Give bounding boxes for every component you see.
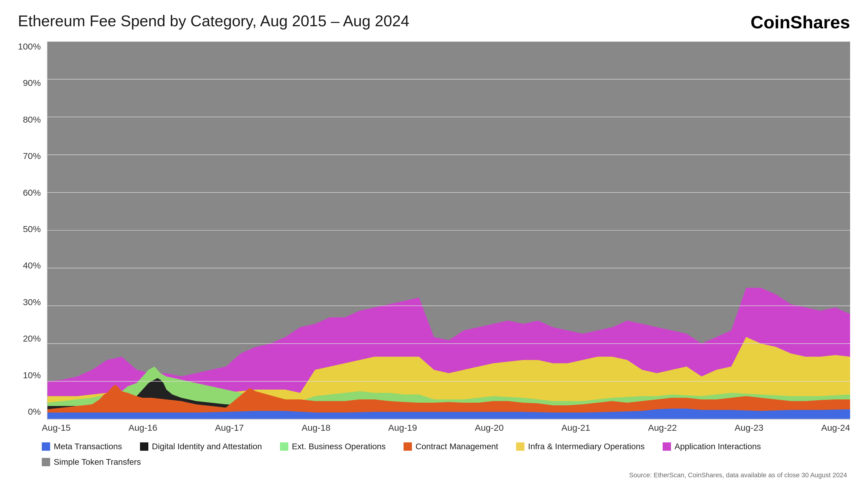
x-axis-label: Aug-22: [648, 423, 677, 433]
legend-label-app-interactions: Application Interactions: [675, 442, 761, 451]
x-axis-label: Aug-20: [475, 423, 504, 433]
x-axis-label: Aug-17: [215, 423, 244, 433]
x-axis-label: Aug-18: [302, 423, 330, 433]
y-axis-label: 0%: [28, 407, 40, 417]
x-axis: Aug-15Aug-16Aug-17Aug-18Aug-19Aug-20Aug-…: [18, 423, 850, 433]
legend-item-simple-token: Simple Token Transfers: [42, 457, 141, 467]
y-axis-label: 50%: [23, 224, 41, 234]
legend-item-digital-identity: Digital Identity and Attestation: [140, 442, 262, 451]
legend-item-infra: Infra & Intermediary Operations: [516, 442, 645, 451]
y-axis-label: 10%: [23, 370, 41, 380]
brand-logo: CoinShares: [751, 12, 850, 32]
legend-label-ext-business: Ext. Business Operations: [292, 442, 386, 451]
x-axis-label: Aug-21: [561, 423, 590, 433]
legend-swatch-digital-identity: [140, 442, 148, 451]
legend-swatch-app-interactions: [663, 442, 671, 451]
x-axis-label: Aug-24: [821, 423, 850, 433]
legend-item-contract-mgmt: Contract Management: [403, 442, 498, 451]
chart-plot: [47, 41, 850, 420]
legend-swatch-infra: [516, 442, 525, 451]
legend-label-simple-token: Simple Token Transfers: [54, 457, 141, 467]
y-axis-label: 40%: [23, 260, 41, 270]
legend-item-app-interactions: Application Interactions: [663, 442, 761, 451]
chart-with-yaxis: 100%90%80%70%60%50%40%30%20%10%0%: [18, 41, 850, 420]
legend-area: Meta TransactionsDigital Identity and At…: [18, 442, 850, 467]
legend-item-ext-business: Ext. Business Operations: [280, 442, 386, 451]
y-axis-label: 90%: [23, 78, 41, 88]
header-row: Ethereum Fee Spend by Category, Aug 2015…: [18, 12, 850, 32]
y-axis-label: 30%: [23, 297, 41, 307]
y-axis-label: 80%: [23, 115, 41, 125]
chart-svg: [48, 41, 850, 419]
legend-label-infra: Infra & Intermediary Operations: [528, 442, 645, 451]
legend-label-contract-mgmt: Contract Management: [416, 442, 498, 451]
chart-container: Ethereum Fee Spend by Category, Aug 2015…: [18, 12, 850, 479]
x-axis-label: Aug-16: [128, 423, 157, 433]
y-axis: 100%90%80%70%60%50%40%30%20%10%0%: [18, 41, 47, 420]
legend-swatch-contract-mgmt: [403, 442, 412, 451]
y-axis-label: 20%: [23, 334, 41, 344]
x-axis-label: Aug-23: [734, 423, 763, 433]
legend-label-meta: Meta Transactions: [54, 442, 122, 451]
chart-title: Ethereum Fee Spend by Category, Aug 2015…: [18, 12, 410, 30]
legend-swatch-simple-token: [42, 458, 50, 466]
x-axis-label: Aug-15: [42, 423, 71, 433]
source-note: Source: EtherScan, CoinShares, data avai…: [18, 471, 850, 479]
chart-area-wrapper: 100%90%80%70%60%50%40%30%20%10%0%: [18, 41, 850, 433]
legend-item-meta: Meta Transactions: [42, 442, 122, 451]
y-axis-label: 100%: [18, 41, 41, 52]
x-axis-label: Aug-19: [388, 423, 417, 433]
legend-swatch-ext-business: [280, 442, 288, 451]
y-axis-label: 60%: [23, 187, 41, 198]
legend-swatch-meta: [42, 442, 50, 451]
legend-label-digital-identity: Digital Identity and Attestation: [152, 442, 262, 451]
y-axis-label: 70%: [23, 151, 41, 161]
